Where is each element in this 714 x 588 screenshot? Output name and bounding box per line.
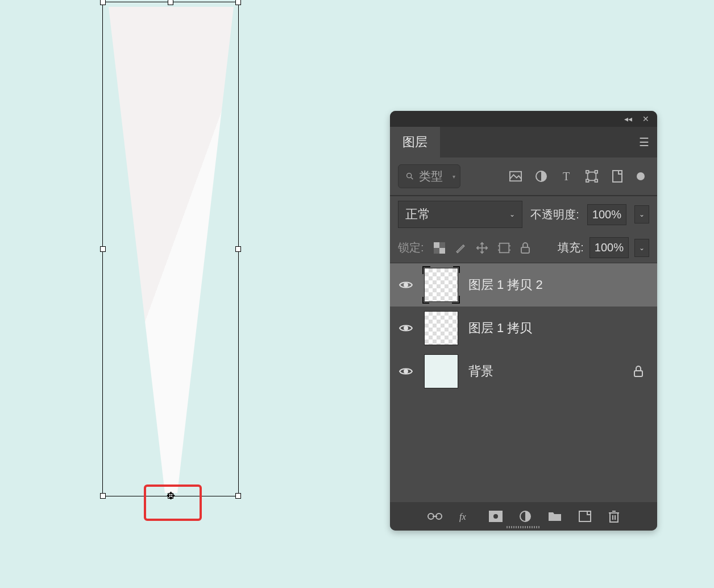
layer-name[interactable]: 图层 1 拷贝 — [468, 320, 532, 337]
filter-pixel-icon[interactable] — [509, 171, 522, 182]
canvas-shape — [109, 7, 234, 493]
layer-thumbnail[interactable] — [424, 354, 458, 388]
svg-text:T: T — [563, 171, 570, 182]
new-layer-icon[interactable] — [579, 511, 591, 522]
visibility-icon[interactable] — [398, 324, 414, 333]
blend-row: 正常 ⌄ 不透明度: 100% ⌄ — [390, 196, 657, 233]
handle-middle-left[interactable] — [100, 246, 106, 252]
fill-chevron[interactable]: ⌄ — [634, 239, 649, 257]
lock-transparency-icon[interactable] — [434, 242, 445, 254]
layer-filter-row: 类型 ▾ T — [390, 158, 657, 196]
adjustment-layer-icon[interactable] — [520, 511, 531, 522]
panel-titlebar[interactable]: ◂◂ ✕ — [390, 111, 657, 127]
layers-panel: ◂◂ ✕ 图层 ☰ 类型 ▾ T — [390, 111, 657, 531]
svg-rect-14 — [434, 248, 439, 254]
lock-artboard-icon[interactable] — [498, 242, 510, 254]
svg-line-1 — [411, 177, 413, 179]
svg-point-23 — [404, 283, 408, 287]
panel-tab-row: 图层 ☰ — [390, 127, 657, 158]
layer-thumbnail[interactable] — [424, 311, 458, 345]
lock-row: 锁定: 填充: 100% ⌄ — [390, 233, 657, 263]
svg-rect-8 — [586, 180, 589, 183]
filter-type-label: 类型 — [419, 168, 443, 184]
filter-shape-icon[interactable] — [586, 170, 598, 183]
blend-mode-value: 正常 — [405, 206, 430, 223]
handle-top-right[interactable] — [235, 0, 241, 5]
svg-rect-17 — [499, 243, 509, 252]
svg-rect-6 — [586, 171, 589, 173]
lock-icon — [633, 366, 649, 377]
layer-mask-icon[interactable] — [489, 511, 503, 522]
layer-name[interactable]: 图层 1 拷贝 2 — [468, 276, 543, 293]
chevron-down-icon: ⌄ — [509, 210, 515, 218]
visibility-icon[interactable] — [398, 367, 414, 376]
fill-label: 填充: — [558, 240, 584, 255]
lock-label: 锁定: — [398, 240, 424, 255]
svg-rect-10 — [613, 171, 622, 182]
svg-point-31 — [493, 514, 499, 519]
filter-smartobject-icon[interactable] — [612, 170, 623, 183]
fill-value[interactable]: 100% — [590, 237, 629, 258]
layer-row[interactable]: 背景 — [390, 350, 657, 393]
link-layers-icon[interactable] — [427, 512, 442, 521]
filter-toggle-icon[interactable] — [637, 172, 645, 180]
search-icon — [405, 172, 414, 181]
lock-position-icon[interactable] — [476, 242, 488, 254]
svg-rect-12 — [439, 248, 445, 254]
visibility-icon[interactable] — [398, 280, 414, 289]
filter-type-dropdown[interactable]: 类型 ▾ — [398, 164, 460, 188]
svg-rect-13 — [439, 242, 445, 248]
panel-footer: fx — [390, 502, 657, 531]
svg-rect-33 — [579, 511, 591, 521]
svg-rect-7 — [595, 171, 598, 173]
blend-mode-dropdown[interactable]: 正常 ⌄ — [398, 201, 522, 228]
svg-point-25 — [404, 370, 408, 373]
layer-row[interactable]: 图层 1 拷贝 — [390, 307, 657, 350]
panel-menu-icon[interactable]: ☰ — [639, 135, 649, 149]
svg-point-0 — [407, 173, 412, 178]
transform-bounding-box[interactable]: ✥ — [102, 2, 239, 496]
svg-text:fx: fx — [459, 512, 466, 522]
opacity-chevron[interactable]: ⌄ — [634, 205, 649, 223]
opacity-value[interactable]: 100% — [587, 204, 626, 225]
layer-thumbnail[interactable] — [424, 268, 458, 302]
layer-name[interactable]: 背景 — [468, 363, 493, 380]
svg-rect-9 — [595, 180, 598, 183]
opacity-label: 不透明度: — [530, 207, 579, 222]
collapse-icon[interactable]: ◂◂ — [624, 114, 632, 123]
annotation-highlight — [144, 485, 202, 521]
layer-list: 图层 1 拷贝 2 图层 1 拷贝 背景 — [390, 263, 657, 502]
handle-top-middle[interactable] — [168, 0, 173, 5]
svg-rect-34 — [610, 513, 618, 522]
close-icon[interactable]: ✕ — [642, 114, 649, 123]
resize-grip[interactable] — [507, 526, 541, 528]
filter-adjustment-icon[interactable] — [536, 171, 547, 182]
svg-rect-11 — [434, 242, 439, 248]
delete-layer-icon[interactable] — [608, 510, 620, 523]
svg-rect-22 — [521, 247, 529, 253]
chevron-down-icon: ▾ — [453, 173, 455, 180]
svg-point-24 — [404, 326, 408, 330]
layer-effects-icon[interactable]: fx — [459, 511, 472, 522]
new-group-icon[interactable] — [548, 511, 562, 522]
handle-bottom-right[interactable] — [235, 493, 241, 499]
layer-row[interactable]: 图层 1 拷贝 2 — [390, 263, 657, 307]
handle-bottom-left[interactable] — [100, 493, 106, 499]
lock-all-icon[interactable] — [520, 242, 530, 254]
lock-brush-icon[interactable] — [455, 242, 466, 254]
tab-layers[interactable]: 图层 — [390, 127, 440, 158]
handle-top-left[interactable] — [100, 0, 106, 5]
handle-middle-right[interactable] — [235, 246, 241, 252]
filter-type-icon[interactable]: T — [561, 171, 572, 182]
svg-rect-26 — [634, 371, 642, 376]
